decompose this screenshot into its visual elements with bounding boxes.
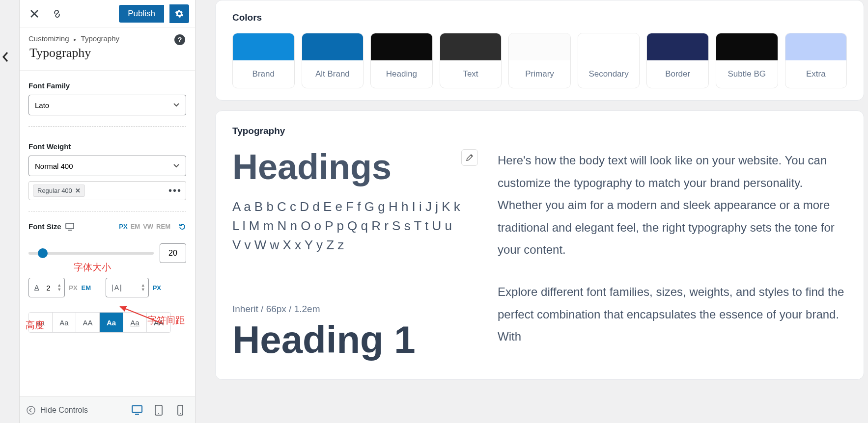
ls-unit-px[interactable]: PX bbox=[153, 284, 161, 291]
swatch-label: Primary bbox=[509, 60, 570, 88]
font-family-value: Lato bbox=[35, 101, 49, 109]
color-swatch[interactable]: Primary bbox=[508, 33, 571, 88]
device-tablet[interactable] bbox=[151, 402, 167, 418]
link-icon bbox=[52, 9, 62, 19]
hide-controls-button[interactable]: Hide Controls bbox=[27, 406, 88, 415]
desktop-icon[interactable] bbox=[65, 223, 74, 231]
lh-unit-px[interactable]: PX bbox=[69, 284, 77, 291]
typography-title: Typography bbox=[232, 126, 847, 136]
line-height-icon: A bbox=[32, 284, 41, 291]
colors-card: Colors BrandAlt BrandHeadingTextPrimaryS… bbox=[215, 0, 864, 101]
svg-point-5 bbox=[158, 413, 159, 414]
color-swatch[interactable]: Extra bbox=[785, 33, 847, 88]
breadcrumb-row: Customizing ▸ Typography ? bbox=[20, 27, 195, 46]
pencil-icon bbox=[466, 154, 474, 161]
alphabet-line-3: V v W w X x Y y Z z bbox=[232, 236, 478, 255]
font-family-label: Font Family bbox=[28, 81, 70, 90]
swatch-label: Subtle BG bbox=[716, 60, 778, 88]
unit-vw[interactable]: VW bbox=[143, 223, 153, 230]
swatch-label: Border bbox=[647, 60, 708, 88]
body-paragraph-1: Here's how the body text will look like … bbox=[498, 149, 847, 261]
transform-uppercase[interactable]: AA bbox=[76, 313, 100, 332]
hide-controls-label: Hide Controls bbox=[40, 406, 88, 415]
edit-headings-button[interactable] bbox=[461, 149, 478, 166]
font-size-units: PX EM VW REM bbox=[119, 223, 170, 230]
link-button[interactable] bbox=[48, 5, 66, 23]
swatch-label: Text bbox=[440, 60, 502, 88]
alphabet-line-2: L l M m N n O o P p Q q R r S s T t U u bbox=[232, 216, 478, 236]
color-swatch[interactable]: Secondary bbox=[578, 33, 640, 88]
transform-none[interactable]: Aa bbox=[100, 313, 123, 332]
publish-button[interactable]: Publish bbox=[119, 5, 164, 23]
line-height-row: A ▲▼ PX EM |A| ▲▼ PX bbox=[28, 278, 186, 297]
font-weight-label: Font Weight bbox=[28, 142, 71, 151]
swatch-color bbox=[716, 33, 778, 60]
reset-font-size-button[interactable] bbox=[178, 223, 186, 231]
color-swatch[interactable]: Alt Brand bbox=[302, 33, 364, 88]
font-family-select[interactable]: Lato bbox=[28, 95, 186, 115]
font-size-header: Font Size PX EM VW REM bbox=[28, 222, 186, 231]
transform-capitalize[interactable]: Aa bbox=[53, 313, 76, 332]
more-variants-button[interactable]: ••• bbox=[168, 185, 182, 196]
line-height-input[interactable] bbox=[41, 284, 55, 292]
device-switcher bbox=[129, 402, 188, 418]
color-swatch[interactable]: Heading bbox=[370, 33, 433, 88]
font-weight-select[interactable]: Normal 400 bbox=[28, 156, 186, 176]
chevron-down-icon bbox=[173, 163, 180, 168]
decoration-strike[interactable]: AA bbox=[147, 313, 170, 332]
swatch-color bbox=[371, 33, 432, 60]
font-size-slider[interactable] bbox=[28, 252, 154, 255]
section-title: Typography bbox=[20, 46, 195, 68]
font-weight-value: Normal 400 bbox=[35, 162, 73, 170]
letter-spacing-input[interactable] bbox=[125, 284, 139, 292]
typography-card: Typography Headings A a B b C c D d E e … bbox=[215, 110, 864, 380]
transform-lowercase[interactable]: aa bbox=[29, 313, 53, 332]
chip-remove-icon[interactable]: ✕ bbox=[75, 187, 81, 194]
chevron-left-circle-icon bbox=[27, 406, 35, 415]
body-paragraph-2: Explore different font families, sizes, … bbox=[498, 281, 847, 348]
swatch-color bbox=[302, 33, 364, 60]
color-swatch[interactable]: Brand bbox=[232, 33, 295, 88]
unit-px[interactable]: PX bbox=[119, 223, 127, 230]
chevron-right-icon: ▸ bbox=[74, 36, 77, 42]
help-button[interactable]: ? bbox=[174, 34, 185, 45]
letter-spacing-icon: |A| bbox=[109, 284, 125, 291]
close-button[interactable] bbox=[26, 5, 43, 23]
heading1-sample: Heading 1 bbox=[232, 320, 478, 359]
swatch-color bbox=[647, 33, 708, 60]
swatch-label: Heading bbox=[371, 60, 432, 88]
device-mobile[interactable] bbox=[172, 402, 188, 418]
footer-bar: Hide Controls bbox=[20, 397, 195, 423]
heading-meta: Inherit / 66px / 1.2em bbox=[232, 304, 478, 315]
swatch-label: Extra bbox=[785, 60, 847, 88]
swatch-color bbox=[233, 33, 294, 60]
swatch-color bbox=[440, 33, 502, 60]
decoration-underline[interactable]: Aa bbox=[123, 313, 147, 332]
back-button[interactable] bbox=[2, 49, 18, 65]
color-swatch[interactable]: Text bbox=[440, 33, 502, 88]
swatch-label: Alt Brand bbox=[302, 60, 364, 88]
font-weight-chip[interactable]: Regular 400 ✕ bbox=[33, 185, 85, 197]
font-size-input[interactable] bbox=[160, 243, 186, 263]
typography-sample-right: Here's how the body text will look like … bbox=[498, 149, 847, 368]
line-height-input-wrap: A ▲▼ bbox=[28, 278, 65, 297]
stepper[interactable]: ▲▼ bbox=[57, 283, 61, 292]
alphabet-line-1: A a B b C c D d E e F f G g H h I i J j … bbox=[232, 197, 478, 216]
breadcrumb: Customizing ▸ Typography bbox=[28, 34, 119, 43]
color-swatch[interactable]: Subtle BG bbox=[716, 33, 778, 88]
lh-unit-em[interactable]: EM bbox=[82, 284, 91, 291]
stepper[interactable]: ▲▼ bbox=[141, 283, 145, 292]
svg-point-7 bbox=[180, 413, 181, 414]
unit-rem[interactable]: REM bbox=[156, 223, 170, 230]
colors-title: Colors bbox=[232, 12, 847, 23]
font-weight-variants: Regular 400 ✕ ••• bbox=[28, 181, 186, 200]
unit-em[interactable]: EM bbox=[131, 223, 140, 230]
text-transform-group: aa Aa AA Aa Aa AA bbox=[28, 312, 171, 333]
font-size-slider-row bbox=[28, 243, 186, 263]
publish-settings-button[interactable] bbox=[169, 4, 189, 23]
letter-spacing-input-wrap: |A| ▲▼ bbox=[106, 278, 149, 297]
customizer-topbar: Publish bbox=[20, 0, 195, 27]
breadcrumb-parent[interactable]: Typography bbox=[81, 34, 119, 43]
color-swatch[interactable]: Border bbox=[646, 33, 709, 88]
device-desktop[interactable] bbox=[129, 402, 145, 418]
